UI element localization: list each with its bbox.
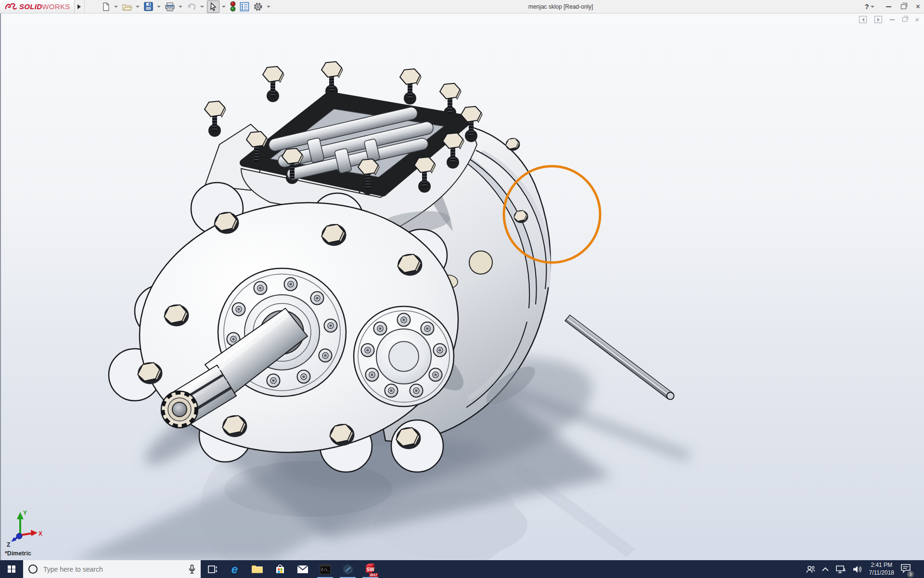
taskbar-icon-command-prompt[interactable]: C:\_ [314,560,336,578]
undo-icon [186,2,197,12]
x-axis-arrow [31,530,38,536]
svg-text:SW: SW [366,566,374,572]
settings-button[interactable] [252,1,264,13]
network-icon[interactable] [835,565,846,574]
help-button[interactable]: ? [865,3,876,11]
new-dropdown-caret[interactable] [114,6,118,8]
save-button[interactable] [142,1,154,13]
taskbar-icon-mail[interactable] [291,560,314,578]
gear-icon [253,1,263,12]
select-button[interactable] [207,0,219,13]
doc-close-button[interactable]: × [915,16,919,23]
notification-badge: 3 [907,571,914,578]
people-icon[interactable] [806,565,815,574]
previous-view-button[interactable] [859,16,867,23]
doc-restore-button[interactable] [902,17,907,22]
open-button[interactable] [121,1,133,13]
flyout-arrow-icon [77,4,81,9]
close-button[interactable]: × [916,3,920,11]
save-icon [143,1,154,12]
document-window-controls: × [859,16,919,23]
taskbar-search[interactable] [23,560,201,578]
next-view-button[interactable] [874,16,882,23]
bearing-retainer-small[interactable] [354,306,454,407]
restore-button[interactable] [901,4,906,9]
open-dropdown-caret[interactable] [136,6,140,8]
options-list-button[interactable] [238,1,251,13]
taskbar-icon-file-explorer[interactable] [246,560,269,578]
help-dropdown-caret [871,6,874,8]
volume-icon[interactable] [852,565,863,574]
start-button[interactable] [0,560,23,578]
window-title: menjac sklop [Read-only] [528,3,593,10]
spline-end-face [161,391,198,428]
svg-text:C:\_: C:\_ [321,567,330,571]
y-axis-label: Y [23,510,27,516]
y-axis-arrow [17,512,24,519]
mail-icon [297,565,308,574]
orientation-triad[interactable]: Y X Z [5,509,43,549]
ds-logo-icon [4,2,17,12]
settings-dropdown-caret[interactable] [267,6,270,8]
file-explorer-icon [251,564,263,574]
previous-arrow-icon [862,18,864,22]
select-dropdown-caret[interactable] [222,6,226,8]
view-orientation-label: *Dimetric [5,550,31,557]
taskbar-icon-solidworks[interactable]: SW 2017 [359,560,382,578]
search-input[interactable] [42,565,184,574]
select-cursor-icon [208,2,218,12]
gearbox-3d-model[interactable] [1,13,924,560]
cortana-icon [28,565,38,574]
options-list-icon [239,1,250,12]
traffic-light-icon [230,1,236,13]
z-axis-label: Z [7,541,10,548]
command-prompt-icon: C:\_ [320,564,331,575]
undo-dropdown-caret[interactable] [200,6,204,8]
open-icon [122,2,132,12]
next-arrow-icon [877,18,880,22]
undo-button[interactable] [185,1,198,13]
rebuild-traffic-light-button[interactable] [229,1,237,13]
solidworks-logo[interactable]: SOLIDWORKS [0,0,75,13]
new-document-button[interactable] [100,1,112,13]
taskbar-icon-edge[interactable]: e [223,560,246,578]
action-center-button[interactable]: 3 [900,564,911,575]
x-axis-label: X [38,530,42,537]
window-controls: ? × [865,0,920,13]
print-icon [165,2,175,12]
menu-flyout-button[interactable] [75,0,85,13]
taskbar-clock[interactable]: 2:41 PM 7/11/2018 [869,562,895,577]
solidworks-2017-icon: SW 2017 [364,562,377,577]
titlebar: SOLIDWORKS [0,0,924,13]
taskbar: e C:\_ [0,560,924,578]
graphics-viewport[interactable]: × Y X Z *Dimetric [0,13,924,560]
quick-access-toolbar [100,0,272,13]
task-view-button[interactable] [201,560,223,578]
windows-logo-icon [8,565,15,573]
edge-icon: e [231,564,238,575]
print-dropdown-caret[interactable] [179,6,182,8]
save-dropdown-caret[interactable] [157,6,161,8]
hidden-icons-chevron[interactable] [821,567,829,572]
new-document-icon [101,2,111,12]
brand-text: SOLIDWORKS [19,2,70,11]
clock-time: 2:41 PM [869,562,895,569]
store-icon [275,564,285,575]
doc-minimize-button[interactable] [890,19,895,20]
minimize-button[interactable] [886,6,891,7]
taskbar-icon-hexagon-app[interactable] [336,560,359,578]
clock-date: 7/11/2018 [869,569,895,577]
print-button[interactable] [164,1,176,13]
taskbar-icon-store[interactable] [269,560,291,578]
microphone-icon[interactable] [189,565,195,574]
hexagon-app-icon [342,564,354,575]
task-view-icon [207,565,218,574]
system-tray: 2:41 PM 7/11/2018 3 [806,560,924,578]
